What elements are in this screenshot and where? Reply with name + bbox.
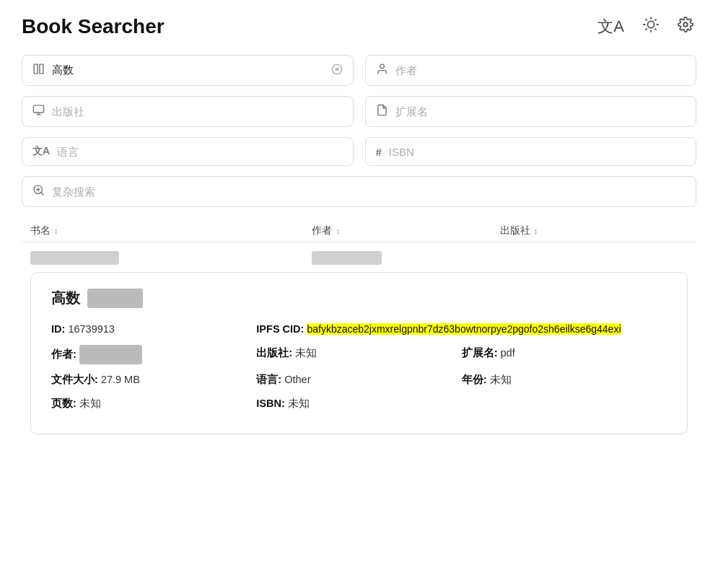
title-input[interactable] [52,64,324,76]
detail-card: 高数 ID: 16739913 IPFS CID: bafykbzaceb2jx… [30,272,688,434]
extension-field [365,96,697,127]
complex-input[interactable] [52,185,686,198]
svg-line-20 [41,193,43,195]
extension-value: pdf [501,347,515,359]
detail-language: 语言: Other [256,372,461,388]
ipfs-value: bafykbzaceb2jxmxrelgpnbr7dz63bowtnorpye2… [307,323,621,335]
row-bookname [30,251,312,265]
table-row[interactable] [22,242,696,265]
complex-icon [32,184,45,199]
publisher-icon [32,104,45,119]
svg-line-7 [646,29,647,30]
extension-label: 扩展名: [462,347,498,359]
svg-point-0 [647,21,654,27]
year-label: 年份: [462,374,487,385]
book-icon [32,63,45,78]
isbn-value: 未知 [288,398,310,409]
id-value: 16739913 [68,323,115,335]
search-row-3: 文A # [22,137,696,166]
author-value-blurred [79,345,142,364]
isbn-input[interactable] [389,146,686,158]
language-field: 文A [22,137,354,166]
search-row-2 [22,96,696,127]
svg-rect-10 [34,64,38,74]
search-area: 文A # [0,48,718,207]
blurred-bookname [30,251,119,265]
author-input[interactable] [395,64,686,76]
header: Book Searcher 文A [0,0,718,48]
detail-ipfs: IPFS CID: bafykbzaceb2jxmxrelgpnbr7dz63b… [256,321,667,338]
header-actions: 文A [595,13,696,40]
table-header: 书名 ↕ 作者 ↕ 出版社 ↕ [22,220,696,242]
detail-row-author-pub-ext: 作者: 出版社: 未知 扩展名: pdf [51,345,667,364]
pages-value: 未知 [79,398,101,409]
publisher-field [22,96,354,127]
publisher-label: 出版社: [256,347,292,359]
svg-rect-11 [40,64,43,74]
search-row-1 [22,55,696,86]
publisher-value: 未知 [295,347,317,359]
svg-line-4 [655,29,656,30]
row-author [312,251,499,265]
svg-line-8 [655,19,656,20]
sort-bookname-icon[interactable]: ↕ [54,227,58,235]
language-input[interactable] [57,146,342,158]
svg-line-3 [646,19,647,20]
col-bookname: 书名 ↕ [30,224,312,237]
extension-icon [376,104,388,119]
language-label: 语言: [256,374,281,385]
filesize-value: 27.9 MB [101,374,140,385]
ipfs-label: IPFS CID: [256,323,304,335]
blurred-author [312,251,381,265]
publisher-input[interactable] [52,105,343,118]
detail-year: 年份: 未知 [462,372,667,388]
detail-filesize: 文件大小: 27.9 MB [51,372,256,388]
isbn-icon: # [376,146,382,158]
app-title: Book Searcher [22,15,165,38]
settings-icon [678,17,693,37]
complex-field [22,176,696,207]
detail-isbn: ISBN: 未知 [256,395,461,412]
svg-rect-16 [33,105,43,113]
col-publisher: 出版社 ↕ [500,224,688,237]
brightness-icon [643,17,659,37]
extension-input[interactable] [395,105,686,118]
col-author: 作者 ↕ [312,224,499,237]
sort-publisher-icon[interactable]: ↕ [534,227,538,235]
brightness-button[interactable] [640,14,662,40]
detail-title-blurred [87,289,143,308]
detail-id: ID: 16739913 [51,321,256,338]
translate-icon: 文A [597,16,624,38]
isbn-field: # [365,137,697,166]
svg-point-9 [683,22,688,27]
results-table: 书名 ↕ 作者 ↕ 出版社 ↕ 高数 [22,220,696,434]
detail-title: 高数 [51,289,667,308]
detail-extension: 扩展名: pdf [462,345,667,361]
translate-button[interactable]: 文A [595,13,627,40]
filesize-label: 文件大小: [51,374,98,385]
id-label: ID: [51,323,65,335]
detail-pages: 页数: 未知 [51,395,256,412]
detail-row-pages-isbn: 页数: 未知 ISBN: 未知 [51,395,667,412]
author-field [365,55,697,86]
detail-author: 作者: [51,345,256,364]
sort-author-icon[interactable]: ↕ [336,227,340,235]
author-icon [376,63,388,78]
year-value: 未知 [490,374,512,385]
detail-row-size-lang-year: 文件大小: 27.9 MB 语言: Other 年份: 未知 [51,372,667,388]
clear-icon[interactable] [331,63,343,78]
settings-button[interactable] [675,14,696,40]
complex-search-row [22,176,696,207]
title-field [22,55,354,86]
author-label: 作者: [51,348,76,360]
isbn-label: ISBN: [256,398,284,409]
detail-title-text: 高数 [51,289,80,308]
language-value: Other [284,374,310,385]
detail-publisher: 出版社: 未知 [256,345,461,361]
detail-row-id-ipfs: ID: 16739913 IPFS CID: bafykbzaceb2jxmxr… [51,321,667,338]
language-icon: 文A [32,145,50,158]
svg-point-15 [380,64,384,69]
pages-label: 页数: [51,398,76,409]
